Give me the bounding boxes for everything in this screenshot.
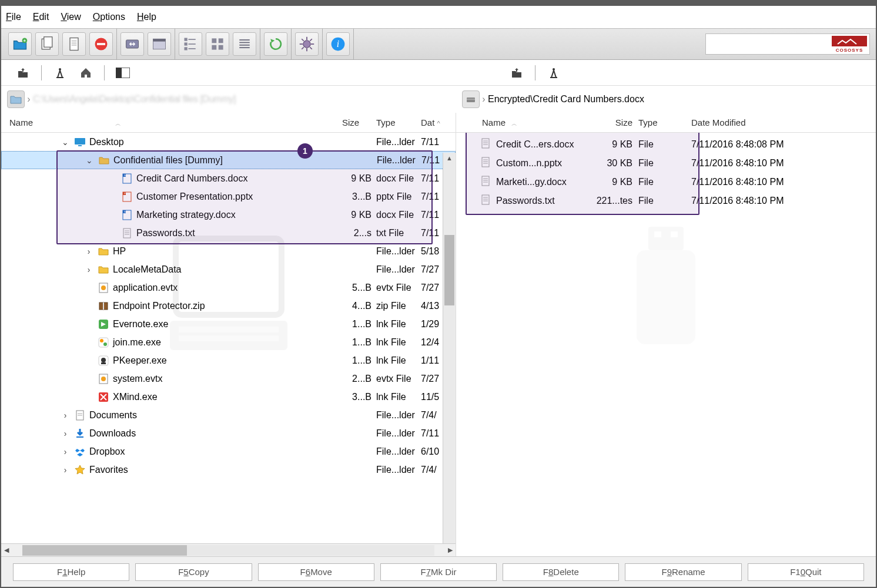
nav-root-icon-right[interactable] bbox=[546, 65, 561, 80]
copy-button[interactable] bbox=[35, 32, 59, 56]
file-type: evtx File bbox=[376, 374, 421, 384]
expander-icon[interactable]: › bbox=[60, 411, 71, 420]
list-view-button[interactable] bbox=[233, 32, 256, 56]
sort-indicator-icon: ︿ bbox=[511, 120, 517, 127]
svg-point-68 bbox=[101, 285, 106, 290]
menu-help[interactable]: Help bbox=[137, 12, 156, 22]
file-name: Credit Card Numbers.docx bbox=[136, 173, 247, 184]
list-item[interactable]: Marketi...gy.docx 9 KB File 7/11/2016 8:… bbox=[456, 173, 876, 191]
expander-icon[interactable]: ⌄ bbox=[84, 156, 95, 165]
tree-row[interactable]: W Marketing strategy.docx 9 KB docx File… bbox=[1, 206, 456, 224]
list-item[interactable]: Custom...n.pptx 30 KB File 7/11/2016 8:4… bbox=[456, 154, 876, 173]
list-item[interactable]: Credit C...ers.docx 9 KB File 7/11/2016 … bbox=[456, 135, 876, 154]
menu-edit[interactable]: Edit bbox=[33, 12, 49, 22]
refresh-button[interactable] bbox=[264, 32, 287, 56]
scrollbar-thumb[interactable] bbox=[444, 235, 454, 305]
f1-help-button[interactable]: F1 Help bbox=[13, 563, 129, 581]
svg-rect-51 bbox=[179, 335, 279, 341]
file-type: File...lder bbox=[376, 137, 421, 147]
tree-row[interactable]: › Downloads File...lder 7/11 bbox=[1, 424, 456, 442]
nav-split-icon[interactable] bbox=[115, 65, 130, 80]
tree-row[interactable]: ⌄ Confidential files [Dummy] File...lder… bbox=[1, 151, 456, 169]
file-size: 9 KB bbox=[591, 177, 638, 187]
nav-home-icon[interactable] bbox=[78, 65, 93, 80]
file-type: pptx File bbox=[376, 191, 421, 202]
tree-row[interactable]: › Documents File...lder 7/4/ bbox=[1, 406, 456, 424]
nav-up-icon-right[interactable] bbox=[509, 65, 524, 80]
list-item[interactable]: Passwords.txt 221...tes File 7/11/2016 8… bbox=[456, 191, 876, 210]
file-icon bbox=[74, 446, 86, 458]
f10-quit-button[interactable]: F10 Quit bbox=[748, 563, 864, 581]
tree-row[interactable]: › Favorites File...lder 7/4/ bbox=[1, 461, 456, 479]
file-icon bbox=[480, 137, 491, 152]
tree-row[interactable]: W Credit Card Numbers.docx 9 KB docx Fil… bbox=[1, 169, 456, 187]
expander-icon[interactable]: › bbox=[60, 429, 71, 438]
f7-mkdir-button[interactable]: F7 Mk Dir bbox=[380, 563, 497, 581]
svg-rect-52 bbox=[75, 138, 85, 145]
delete-button[interactable] bbox=[89, 32, 113, 56]
horizontal-scrollbar[interactable]: ◀ ▶ bbox=[1, 543, 456, 556]
file-name: Custom...n.pptx bbox=[496, 158, 562, 169]
svg-rect-19 bbox=[212, 38, 216, 43]
svg-rect-77 bbox=[101, 362, 106, 364]
tree-row[interactable]: XMind.exe 3...B lnk File 11/5 bbox=[1, 388, 456, 406]
svg-rect-43 bbox=[116, 68, 122, 78]
expander-icon[interactable]: › bbox=[83, 265, 94, 274]
right-column-headers[interactable]: Name︿ Size Type Date Modified bbox=[456, 113, 876, 133]
file-icon bbox=[98, 391, 109, 403]
new-folder-button[interactable]: + bbox=[8, 32, 32, 56]
f9-rename-button[interactable]: F9 Rename bbox=[625, 563, 741, 581]
left-tree[interactable]: ⌄ Desktop File...lder 7/11 ⌄ Confidentia… bbox=[1, 133, 456, 543]
menu-file[interactable]: File bbox=[6, 12, 21, 22]
file-name: Confidential files [Dummy] bbox=[113, 155, 223, 166]
tree-view-button[interactable] bbox=[179, 32, 202, 56]
icons-view-button[interactable] bbox=[206, 32, 229, 56]
right-list[interactable]: Credit C...ers.docx 9 KB File 7/11/2016 … bbox=[456, 133, 876, 556]
file-icon bbox=[480, 156, 491, 170]
menu-view[interactable]: View bbox=[61, 12, 81, 22]
file-size: 221...tes bbox=[591, 196, 638, 206]
f6-move-button[interactable]: F6 Move bbox=[258, 563, 374, 581]
file-size: 1...B bbox=[342, 319, 376, 330]
file-size: 2...B bbox=[342, 374, 376, 384]
tree-row[interactable]: P Customer Presentation.pptx 3...B pptx … bbox=[1, 187, 456, 206]
details-view-button[interactable] bbox=[148, 32, 171, 56]
tree-row[interactable]: › Dropbox File...lder 6/10 bbox=[1, 442, 456, 461]
paste-button[interactable] bbox=[62, 32, 86, 56]
file-size: 9 KB bbox=[342, 210, 376, 220]
svg-text:COSOSYS: COSOSYS bbox=[836, 48, 863, 52]
f8-delete-button[interactable]: F8 Delete bbox=[503, 563, 619, 581]
swap-panes-button[interactable] bbox=[120, 32, 144, 56]
left-breadcrumb[interactable]: › C:\Users\Angela\Desktop\Confidential f… bbox=[1, 86, 456, 113]
expander-icon[interactable]: › bbox=[83, 247, 94, 256]
file-size: 9 KB bbox=[342, 173, 376, 184]
file-icon bbox=[98, 282, 109, 294]
svg-text:W: W bbox=[124, 210, 126, 213]
tree-row[interactable]: ⌄ Desktop File...lder 7/11 bbox=[1, 133, 456, 151]
callout-badge: 1 bbox=[297, 143, 313, 159]
file-type: File...lder bbox=[376, 428, 421, 439]
nav-up-icon[interactable] bbox=[15, 65, 31, 80]
expander-icon[interactable]: ⌄ bbox=[60, 137, 71, 147]
file-date: 7/11 bbox=[421, 137, 456, 147]
expander-icon[interactable]: › bbox=[60, 447, 71, 456]
expander-icon[interactable]: › bbox=[60, 465, 71, 475]
right-breadcrumb-text: Encrypted\Credit Card Numbers.docx bbox=[488, 94, 644, 105]
file-date: 7/11/2016 8:48:10 PM bbox=[674, 177, 876, 187]
file-name: Marketi...gy.docx bbox=[496, 177, 567, 187]
file-name: Documents bbox=[89, 410, 137, 421]
file-type: lnk File bbox=[376, 355, 421, 366]
file-size: 1...B bbox=[342, 337, 376, 348]
f5-copy-button[interactable]: F5 Copy bbox=[135, 563, 252, 581]
svg-rect-85 bbox=[648, 227, 684, 250]
settings-button[interactable] bbox=[295, 32, 319, 56]
vertical-scrollbar[interactable]: ▲ bbox=[443, 153, 456, 543]
tree-row[interactable]: system.evtx 2...B evtx File 7/27 bbox=[1, 369, 456, 388]
file-name: Marketing strategy.docx bbox=[136, 210, 236, 220]
file-date: 7/11/2016 8:48:08 PM bbox=[674, 139, 876, 150]
nav-root-icon[interactable] bbox=[52, 65, 68, 80]
info-button[interactable]: i bbox=[326, 32, 350, 56]
menu-options[interactable]: Options bbox=[93, 12, 125, 22]
right-breadcrumb[interactable]: › Encrypted\Credit Card Numbers.docx bbox=[456, 86, 876, 113]
left-column-headers[interactable]: Name︿ Size Type DateDat ^ bbox=[1, 113, 456, 133]
